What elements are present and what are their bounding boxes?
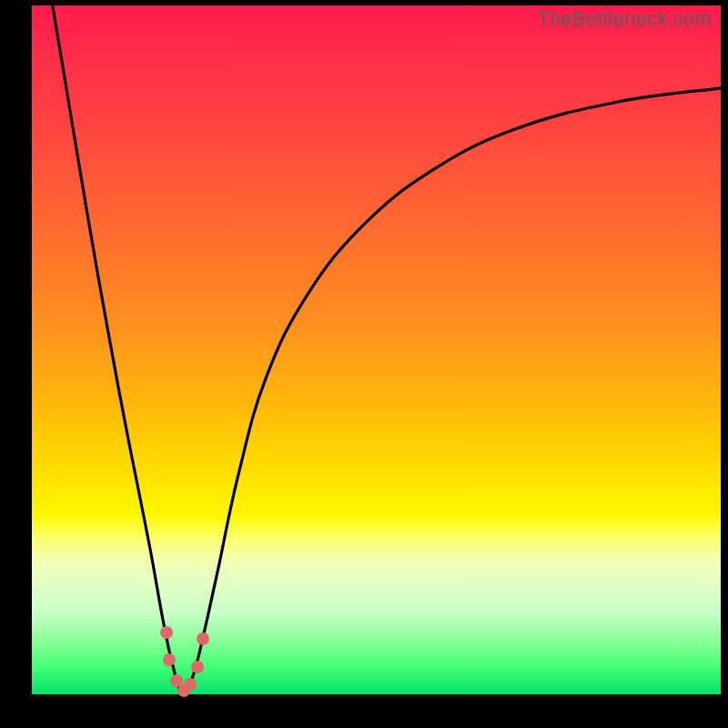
bottleneck-curve-svg bbox=[32, 5, 721, 694]
bottleneck-curve bbox=[53, 5, 721, 694]
chart-frame: TheBottleneck.com bbox=[0, 0, 728, 728]
plot-area: TheBottleneck.com bbox=[32, 5, 721, 694]
